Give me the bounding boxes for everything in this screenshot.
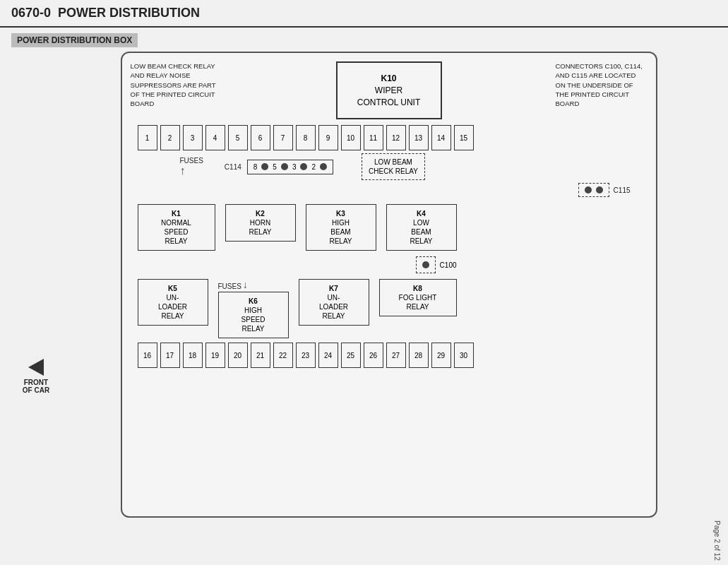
relay-k2: K2HORNRELAY bbox=[225, 204, 296, 242]
fuse-top-12: 12 bbox=[386, 125, 406, 150]
fuse-bot-23: 23 bbox=[296, 343, 316, 368]
k4-c100-group: K4LOWBEAMRELAY C100 bbox=[386, 204, 457, 273]
k6-fuses-group: FUSES ↓ K6HIGHSPEEDRELAY bbox=[218, 279, 289, 338]
c114-dot-box: 8 5 3 2 bbox=[247, 160, 333, 174]
wiper-unit-id: K10 bbox=[381, 73, 396, 83]
c114-label: C114 bbox=[225, 163, 241, 171]
relay-k3: K3HIGHBEAMRELAY bbox=[306, 204, 376, 251]
c100-connector: C100 bbox=[416, 256, 457, 273]
c114-dot-3 bbox=[300, 163, 307, 170]
front-arrow-icon bbox=[28, 359, 44, 376]
fuse-bot-27: 27 bbox=[386, 343, 406, 368]
fuse-top-1: 1 bbox=[138, 125, 157, 150]
front-label: FRONTOF CAR bbox=[23, 379, 49, 394]
connector-fuses-row: FUSES ↑ C114 8 5 3 bbox=[131, 153, 648, 180]
c115-dot-2 bbox=[596, 186, 603, 194]
front-of-car-label: FRONTOF CAR bbox=[23, 359, 49, 394]
diagram-container: LOW BEAM CHECK RELAY AND RELAY NOISE SUP… bbox=[121, 52, 657, 518]
top-left-note: LOW BEAM CHECK RELAY AND RELAY NOISE SUP… bbox=[131, 61, 222, 108]
relay-k8: K8FOG LIGHTRELAY bbox=[379, 279, 457, 316]
wiper-unit-label: WIPERCONTROL UNIT bbox=[357, 85, 421, 107]
diagram-inner: LOW BEAM CHECK RELAY AND RELAY NOISE SUP… bbox=[131, 61, 648, 368]
page-header: 0670-0 POWER DISTRIBUTION bbox=[0, 0, 728, 28]
fuse-bot-17: 17 bbox=[160, 343, 180, 368]
fuse-bot-29: 29 bbox=[431, 343, 451, 368]
c100-dot-box bbox=[416, 256, 436, 273]
fuse-top-6: 6 bbox=[251, 125, 270, 150]
fuse-bot-24: 24 bbox=[318, 343, 338, 368]
fuse-top-2: 2 bbox=[160, 125, 180, 150]
fuse-top-7: 7 bbox=[273, 125, 293, 150]
low-beam-check-relay-box: LOW BEAMCHECK RELAY bbox=[362, 153, 425, 180]
c114-num-5: 5 bbox=[273, 163, 277, 171]
page: 0670-0 POWER DISTRIBUTION POWER DISTRIBU… bbox=[0, 0, 728, 565]
bottom-fuse-row: 161718192021222324252627282930 bbox=[138, 343, 474, 368]
fuse-top-9: 9 bbox=[318, 125, 338, 150]
c114-dot-1 bbox=[261, 163, 268, 170]
fuses-arrow-icon: ↑ bbox=[180, 165, 186, 177]
doc-number: 0670-0 bbox=[11, 6, 51, 20]
relay-k5: K5UN-LOADERRELAY bbox=[138, 279, 208, 326]
c115-label: C115 bbox=[614, 186, 631, 194]
fuse-top-4: 4 bbox=[205, 125, 225, 150]
fuse-bot-19: 19 bbox=[205, 343, 225, 368]
fuses-label: FUSES bbox=[180, 157, 203, 165]
top-center: K10 WIPERCONTROL UNIT bbox=[228, 61, 550, 119]
fuse-bot-30: 30 bbox=[454, 343, 474, 368]
c114-num-8: 8 bbox=[253, 163, 258, 171]
fuses-label2: FUSES bbox=[218, 282, 241, 290]
fuse-top-14: 14 bbox=[431, 125, 451, 150]
c114-dot-4 bbox=[320, 163, 327, 170]
fuse-top-8: 8 bbox=[296, 125, 316, 150]
fuse-top-11: 11 bbox=[364, 125, 383, 150]
fuse-bot-18: 18 bbox=[183, 343, 203, 368]
c115-dot-box bbox=[578, 183, 609, 197]
wiper-unit: K10 WIPERCONTROL UNIT bbox=[336, 61, 442, 119]
top-fuse-area: 123456789101112131415 bbox=[131, 125, 648, 150]
main-content: POWER DISTRIBUTION BOX FRONTOF CAR LOW B… bbox=[0, 28, 728, 523]
c114-num-3: 3 bbox=[292, 163, 297, 171]
doc-title: POWER DISTRIBUTION bbox=[58, 6, 200, 20]
c100-dot-1 bbox=[422, 261, 429, 268]
top-section: LOW BEAM CHECK RELAY AND RELAY NOISE SUP… bbox=[131, 61, 648, 119]
fuse-bot-20: 20 bbox=[228, 343, 248, 368]
fuses-label-area: FUSES ↑ bbox=[180, 157, 203, 177]
fuses-label2-area: FUSES ↓ bbox=[218, 279, 248, 290]
fuse-bot-28: 28 bbox=[409, 343, 429, 368]
c114-num-2: 2 bbox=[311, 163, 316, 171]
fuse-top-13: 13 bbox=[409, 125, 429, 150]
c100-label: C100 bbox=[440, 261, 457, 269]
low-beam-check-relay-label: LOW BEAMCHECK RELAY bbox=[362, 153, 425, 180]
fuse-bot-16: 16 bbox=[138, 343, 157, 368]
bot-relay-row: K5UN-LOADERRELAY FUSES ↓ K6HIGHSPEEDRELA… bbox=[131, 279, 648, 338]
relay-k7: K7UN-LOADERRELAY bbox=[299, 279, 369, 326]
fuse-bot-21: 21 bbox=[251, 343, 270, 368]
top-fuse-row: 123456789101112131415 bbox=[138, 125, 474, 150]
fuse-top-3: 3 bbox=[183, 125, 203, 150]
c115-row: C115 bbox=[131, 183, 648, 197]
fuse-top-10: 10 bbox=[341, 125, 361, 150]
section-label: POWER DISTRIBUTION BOX bbox=[11, 33, 138, 47]
relay-k1: K1NORMALSPEEDRELAY bbox=[138, 204, 215, 251]
relay-k6: K6HIGHSPEEDRELAY bbox=[218, 292, 289, 338]
top-right-note: CONNECTORS C100, C114, AND C115 ARE LOCA… bbox=[556, 61, 648, 108]
bottom-fuse-area: 161718192021222324252627282930 bbox=[131, 343, 648, 368]
mid-relay-row: K1NORMALSPEEDRELAY K2HORNRELAY K3HIGHBEA… bbox=[131, 204, 648, 273]
fuse-top-15: 15 bbox=[454, 125, 474, 150]
relay-k4: K4LOWBEAMRELAY bbox=[386, 204, 457, 251]
fuse-bot-26: 26 bbox=[364, 343, 383, 368]
c114-dot-2 bbox=[281, 163, 288, 170]
c115-dot-1 bbox=[585, 186, 592, 194]
fuse-bot-22: 22 bbox=[273, 343, 293, 368]
title-area: 0670-0 POWER DISTRIBUTION bbox=[11, 6, 200, 20]
fuses2-arrow-icon: ↓ bbox=[243, 279, 248, 290]
fuse-bot-25: 25 bbox=[341, 343, 361, 368]
c114-connector: C114 8 5 3 2 bbox=[225, 160, 333, 174]
fuse-top-5: 5 bbox=[228, 125, 248, 150]
page-number: Page 2 of 12 bbox=[713, 521, 721, 561]
